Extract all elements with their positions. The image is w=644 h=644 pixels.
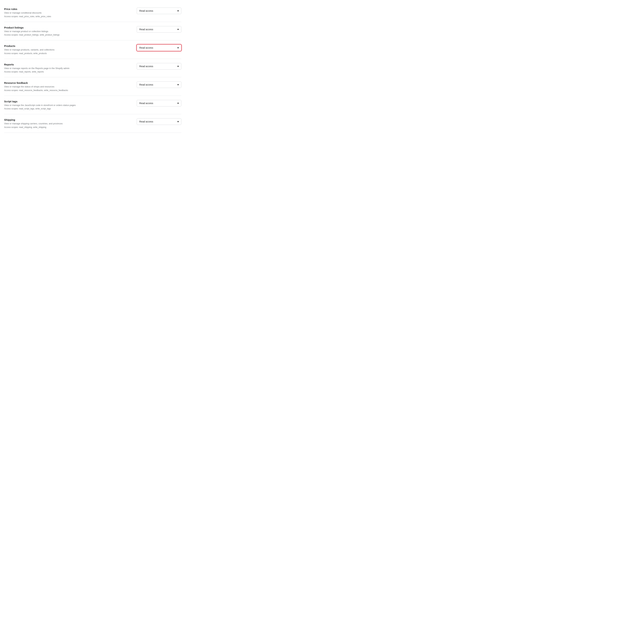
permission-desc-products: View or manage products, variants, and c… <box>4 48 130 52</box>
permission-desc-shipping: View or manage shipping carriers, countr… <box>4 122 130 125</box>
permission-title-products: Products <box>4 44 130 47</box>
permission-desc-reports: View or manage reports on the Reports pa… <box>4 67 130 70</box>
permission-select-price-rules[interactable]: No accessRead accessRead and write <box>137 8 181 14</box>
permission-select-wrap-products: No accessRead accessRead and write <box>137 44 181 51</box>
permission-scopes-resource-feedback: Access scopes: read_resource_feedbacks, … <box>4 89 130 92</box>
permission-desc-script-tags: View or manage the JavaScript code in st… <box>4 104 130 107</box>
permission-select-products[interactable]: No accessRead accessRead and write <box>137 44 181 51</box>
permission-title-price-rules: Price rules <box>4 8 130 10</box>
permission-info-products: ProductsView or manage products, variant… <box>4 44 137 55</box>
permission-info-script-tags: Script tagsView or manage the JavaScript… <box>4 100 137 110</box>
permission-select-wrap-reports: No accessRead accessRead and write <box>137 63 181 70</box>
permission-select-wrap-product-listings: No accessRead accessRead and write <box>137 26 181 33</box>
permission-info-product-listings: Product listingsView or manage product o… <box>4 26 137 36</box>
permission-select-wrap-price-rules: No accessRead accessRead and write <box>137 8 181 14</box>
permission-row-reports: ReportsView or manage reports on the Rep… <box>4 59 181 77</box>
permission-scopes-products: Access scopes: read_products, write_prod… <box>4 52 130 55</box>
permission-select-product-listings[interactable]: No accessRead accessRead and write <box>137 26 181 33</box>
permission-title-script-tags: Script tags <box>4 100 130 103</box>
permission-info-price-rules: Price rulesView or manage conditional di… <box>4 8 137 18</box>
permission-title-product-listings: Product listings <box>4 26 130 29</box>
permission-title-shipping: Shipping <box>4 118 130 121</box>
permission-info-shipping: ShippingView or manage shipping carriers… <box>4 118 137 128</box>
permission-title-reports: Reports <box>4 63 130 66</box>
permission-row-product-listings: Product listingsView or manage product o… <box>4 22 181 41</box>
permission-scopes-reports: Access scopes: read_reports, write_repor… <box>4 71 130 73</box>
permission-row-resource-feedback: Resource feedbackView or manage the stat… <box>4 77 181 96</box>
permission-scopes-price-rules: Access scopes: read_price_rules, write_p… <box>4 15 130 18</box>
permission-scopes-script-tags: Access scopes: read_script_tags, write_s… <box>4 108 130 110</box>
permission-scopes-shipping: Access scopes: read_shipping, write_ship… <box>4 126 130 128</box>
permission-select-reports[interactable]: No accessRead accessRead and write <box>137 63 181 70</box>
permission-select-shipping[interactable]: No accessRead accessRead and write <box>137 118 181 125</box>
permission-select-wrap-resource-feedback: No accessRead accessRead and write <box>137 81 181 88</box>
permission-row-shipping: ShippingView or manage shipping carriers… <box>4 114 181 133</box>
permission-select-wrap-shipping: No accessRead accessRead and write <box>137 118 181 125</box>
permission-desc-resource-feedback: View or manage the status of shops and r… <box>4 85 130 88</box>
permission-info-resource-feedback: Resource feedbackView or manage the stat… <box>4 81 137 92</box>
permission-row-products: ProductsView or manage products, variant… <box>4 40 181 59</box>
permission-row-price-rules: Price rulesView or manage conditional di… <box>4 3 181 22</box>
permission-scopes-product-listings: Access scopes: read_product_listings, wr… <box>4 34 130 36</box>
permission-info-reports: ReportsView or manage reports on the Rep… <box>4 63 137 73</box>
permission-title-resource-feedback: Resource feedback <box>4 81 130 84</box>
permission-select-wrap-script-tags: No accessRead accessRead and write <box>137 100 181 106</box>
permission-desc-price-rules: View or manage conditional discounts <box>4 11 130 15</box>
permission-row-script-tags: Script tagsView or manage the JavaScript… <box>4 96 181 114</box>
permission-select-script-tags[interactable]: No accessRead accessRead and write <box>137 100 181 106</box>
permission-desc-product-listings: View or manage product or collection lis… <box>4 30 130 33</box>
permissions-list: Price rulesView or manage conditional di… <box>4 3 181 133</box>
permission-select-resource-feedback[interactable]: No accessRead accessRead and write <box>137 81 181 88</box>
